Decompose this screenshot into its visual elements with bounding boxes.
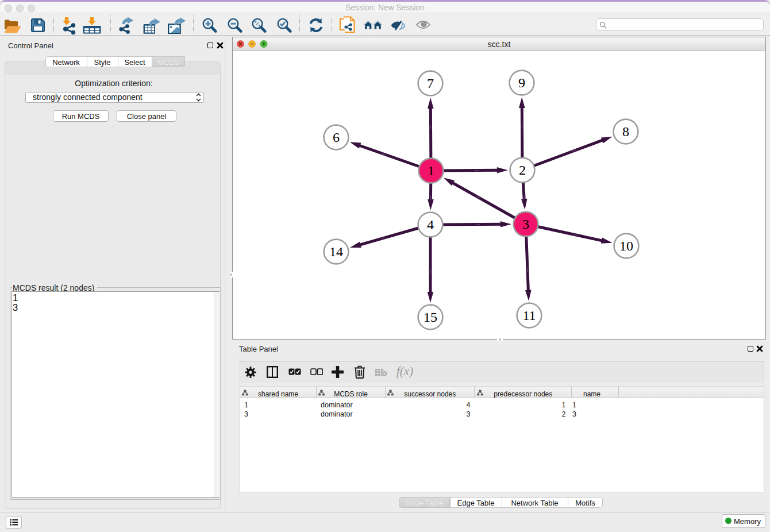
svg-text:8: 8	[622, 124, 629, 139]
svg-text:4: 4	[427, 217, 434, 232]
svg-text:6: 6	[333, 130, 340, 145]
svg-text:11: 11	[522, 308, 536, 323]
svg-text:3: 3	[522, 217, 529, 232]
svg-text:7: 7	[427, 76, 434, 91]
svg-text:2: 2	[519, 163, 526, 178]
svg-text:10: 10	[619, 238, 633, 253]
svg-text:14: 14	[329, 244, 343, 259]
svg-text:15: 15	[424, 310, 437, 325]
svg-text:1: 1	[428, 163, 434, 178]
svg-text:9: 9	[518, 75, 525, 90]
